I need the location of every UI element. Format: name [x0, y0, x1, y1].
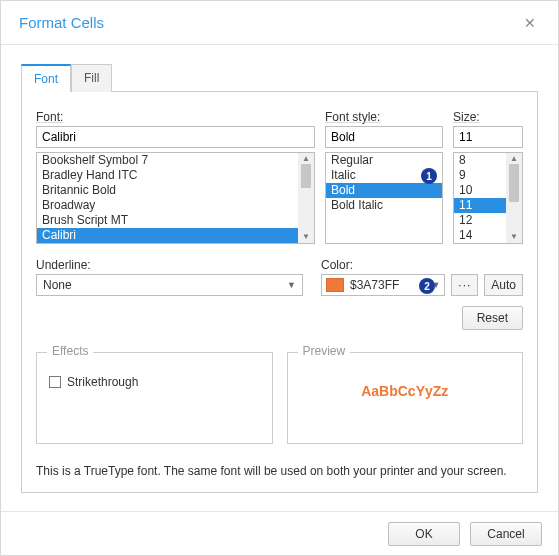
list-item[interactable]: Bradley Hand ITC — [37, 168, 298, 183]
preview-text: AaBbCcYyZz — [300, 369, 511, 399]
color-hex: $3A73FF — [350, 278, 399, 292]
scroll-thumb[interactable] — [301, 164, 311, 188]
chevron-down-icon[interactable]: ▼ — [302, 232, 310, 242]
chevron-down-icon: ▼ — [287, 280, 296, 290]
font-style-label: Font style: — [325, 110, 443, 124]
close-icon[interactable]: ✕ — [520, 11, 540, 35]
dialog-title: Format Cells — [19, 14, 104, 31]
chevron-up-icon[interactable]: ▲ — [302, 154, 310, 164]
strikethrough-checkbox[interactable]: Strikethrough — [49, 375, 260, 389]
strikethrough-label: Strikethrough — [67, 375, 138, 389]
size-list[interactable]: 8 9 10 11 12 14 ▲ ▼ — [453, 152, 523, 244]
font-input[interactable] — [36, 126, 315, 148]
font-label: Font: — [36, 110, 315, 124]
list-item[interactable]: Bold Italic — [326, 198, 442, 213]
list-item[interactable]: 9 — [454, 168, 506, 183]
tab-strip: Font Fill — [21, 63, 538, 91]
ok-button[interactable]: OK — [388, 522, 460, 546]
more-colors-button[interactable]: ··· — [451, 274, 478, 296]
font-style-list[interactable]: Regular Italic Bold Bold Italic — [325, 152, 443, 244]
chevron-down-icon: ▼ — [431, 280, 440, 290]
list-item[interactable]: Brush Script MT — [37, 213, 298, 228]
list-item[interactable]: Italic — [326, 168, 442, 183]
list-item[interactable]: Calibri — [37, 228, 298, 243]
scroll-thumb[interactable] — [509, 164, 519, 202]
color-dropdown[interactable]: $3A73FF ▼ — [321, 274, 445, 296]
size-input[interactable] — [453, 126, 523, 148]
font-style-input[interactable] — [325, 126, 443, 148]
list-item[interactable]: 8 — [454, 153, 506, 168]
list-item[interactable]: 12 — [454, 213, 506, 228]
list-item[interactable]: 11 — [454, 198, 506, 213]
tab-fill[interactable]: Fill — [71, 64, 112, 92]
color-label: Color: — [321, 258, 523, 272]
list-item[interactable]: Bold — [326, 183, 442, 198]
scrollbar[interactable]: ▲ ▼ — [506, 153, 522, 243]
underline-value: None — [43, 278, 72, 292]
preview-group-title: Preview — [298, 344, 351, 358]
chevron-up-icon[interactable]: ▲ — [510, 154, 518, 164]
color-swatch — [326, 278, 344, 292]
font-list[interactable]: Bookshelf Symbol 7 Bradley Hand ITC Brit… — [36, 152, 315, 244]
underline-select[interactable]: None ▼ — [36, 274, 303, 296]
auto-color-button[interactable]: Auto — [484, 274, 523, 296]
list-item[interactable]: Bookshelf Symbol 7 — [37, 153, 298, 168]
list-item[interactable]: Broadway — [37, 198, 298, 213]
font-panel: Font: Bookshelf Symbol 7 Bradley Hand IT… — [21, 91, 538, 493]
footnote-text: This is a TrueType font. The same font w… — [36, 464, 523, 478]
size-label: Size: — [453, 110, 523, 124]
checkbox-box-icon — [49, 376, 61, 388]
list-item[interactable]: 14 — [454, 228, 506, 243]
scrollbar[interactable]: ▲ ▼ — [298, 153, 314, 243]
list-item[interactable]: Britannic Bold — [37, 183, 298, 198]
effects-group-title: Effects — [47, 344, 93, 358]
underline-label: Underline: — [36, 258, 303, 272]
list-item[interactable]: Regular — [326, 153, 442, 168]
list-item[interactable]: 10 — [454, 183, 506, 198]
reset-button[interactable]: Reset — [462, 306, 523, 330]
tab-font[interactable]: Font — [21, 64, 71, 92]
cancel-button[interactable]: Cancel — [470, 522, 542, 546]
chevron-down-icon[interactable]: ▼ — [510, 232, 518, 242]
